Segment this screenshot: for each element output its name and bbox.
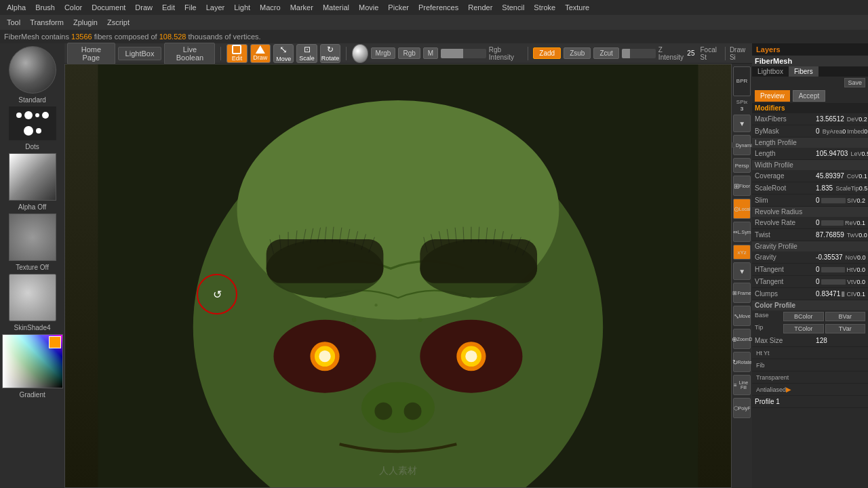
material-preview[interactable]: [9, 46, 56, 94]
dynamic-button[interactable]: ⬛ Dynamic: [733, 135, 751, 155]
lightbox-button[interactable]: LightBox: [118, 47, 162, 60]
menu-brush[interactable]: Brush: [31, 2, 59, 13]
menu-preferences[interactable]: Preferences: [414, 2, 462, 13]
tool-zscript[interactable]: Zscript: [103, 17, 134, 28]
tip-color-row: Tip TColor TVar: [752, 323, 868, 335]
menu-alpha[interactable]: Alpha: [3, 2, 30, 13]
civ-value: 0.1: [856, 291, 865, 298]
polyf-button[interactable]: ⬡ PolyF: [733, 398, 751, 418]
menu-marker[interactable]: Marker: [286, 2, 317, 13]
fibermesh-title: FiberMesh: [752, 56, 868, 66]
spix-label: SPix: [736, 99, 747, 105]
antialiased-arrow[interactable]: ▶: [786, 386, 791, 393]
z-intensity-value: 25: [687, 49, 694, 57]
draw-mode-button[interactable]: Draw: [250, 44, 271, 63]
tvar-button[interactable]: TVar: [825, 324, 865, 333]
menu-render[interactable]: Render: [464, 2, 496, 13]
htangent-slider[interactable]: [821, 267, 846, 272]
coverage-label: Coverage: [755, 172, 816, 180]
dropdown-button[interactable]: ▼: [733, 115, 751, 132]
texture-preview[interactable]: [9, 214, 56, 261]
vtangent-slider[interactable]: [821, 279, 846, 285]
move-icon: ⤡: [279, 44, 288, 55]
tcolor-button[interactable]: TColor: [783, 324, 823, 333]
accept-button[interactable]: Accept: [793, 90, 826, 102]
clumps-slider[interactable]: [842, 291, 845, 297]
rotate-mode-button[interactable]: ↻ Rotate: [320, 44, 340, 63]
view-move-button[interactable]: ⤡ Move: [733, 306, 751, 326]
lsym-button[interactable]: ⇔ L.Sym: [733, 222, 751, 242]
tool-transform[interactable]: Transform: [26, 17, 68, 28]
maxsize-row: Max Size 128: [752, 335, 868, 347]
zadd-button[interactable]: Zadd: [533, 47, 561, 59]
scale-mode-button[interactable]: ⊡ Scale: [296, 44, 317, 63]
frame-button[interactable]: ⊞ Frame: [733, 283, 751, 303]
menu-material[interactable]: Material: [319, 2, 353, 13]
slim-slider[interactable]: [821, 198, 846, 203]
modifiers-section: Modifiers: [752, 103, 868, 113]
local-label: Local: [739, 207, 751, 211]
dot-5: [24, 126, 33, 136]
lightbox-tab[interactable]: Lightbox: [752, 66, 789, 77]
color-swatch[interactable]: [49, 336, 61, 348]
maxfibers-label: MaxFibers: [755, 115, 816, 123]
tip-color-label: Tip: [755, 324, 782, 333]
mrgb-button[interactable]: Mrgb: [371, 47, 396, 59]
menu-stroke[interactable]: Stroke: [530, 2, 559, 13]
alpha-preview[interactable]: [9, 153, 56, 201]
twist-value: 87.76859: [816, 231, 844, 239]
edit-mode-button[interactable]: Edit: [226, 44, 247, 63]
local-button[interactable]: ⊙ Local: [733, 199, 751, 219]
menu-stencil[interactable]: Stencil: [498, 2, 528, 13]
skin-shade-preview[interactable]: [9, 274, 56, 321]
zoomd-button[interactable]: ⊕ ZoomD: [733, 329, 751, 349]
zsub-button[interactable]: Zsub: [564, 47, 591, 59]
save-button[interactable]: Save: [844, 78, 865, 87]
bpr-button[interactable]: BPR: [733, 66, 751, 96]
menu-draw[interactable]: Draw: [131, 2, 157, 13]
vtv-value: 0.0: [856, 279, 865, 285]
menu-file[interactable]: File: [180, 2, 201, 13]
draw-label: Draw: [253, 54, 267, 61]
tool-tool[interactable]: Tool: [3, 17, 24, 28]
menu-edit[interactable]: Edit: [158, 2, 179, 13]
xyz-button[interactable]: xYz: [733, 245, 751, 260]
rgb-button[interactable]: Rgb: [398, 47, 420, 59]
rev-label: ReV: [845, 220, 857, 226]
viewport[interactable]: 人人素材 ↺: [64, 64, 732, 488]
menu-layer[interactable]: Layer: [202, 2, 229, 13]
zcut-button[interactable]: Zcut: [593, 47, 618, 59]
color-picker[interactable]: [2, 334, 63, 388]
imbed-label: Imbed: [847, 128, 864, 135]
bcolor-button[interactable]: BColor: [783, 312, 823, 321]
menu-picker[interactable]: Picker: [384, 2, 413, 13]
brush-color-ball[interactable]: [352, 44, 368, 63]
menu-texture[interactable]: Texture: [561, 2, 593, 13]
bvar-button[interactable]: BVar: [825, 312, 865, 321]
gravity-value: -0.35537: [816, 253, 842, 261]
view-rotate-button[interactable]: ↻ Rotate: [733, 352, 751, 372]
dropdown2-button[interactable]: ▼: [733, 262, 751, 280]
floor-button[interactable]: ⊞ Floor: [733, 176, 751, 196]
dots-preview[interactable]: [9, 106, 56, 140]
tool-zplugin[interactable]: Zplugin: [69, 17, 102, 28]
preview-button[interactable]: Preview: [755, 90, 790, 102]
transparent-row: Transparent: [752, 371, 868, 384]
menu-color[interactable]: Color: [60, 2, 86, 13]
move-mode-button[interactable]: ⤡ Move: [273, 44, 294, 63]
menu-movie[interactable]: Movie: [355, 2, 382, 13]
z-intensity-slider[interactable]: [622, 49, 656, 58]
line-fill-button[interactable]: ≡ Line Fill: [733, 375, 751, 395]
fibers-tab[interactable]: Fibers: [789, 66, 818, 77]
menu-document[interactable]: Document: [87, 2, 130, 13]
menu-macro[interactable]: Macro: [256, 2, 285, 13]
m-button[interactable]: M: [423, 47, 438, 59]
rgb-intensity-slider[interactable]: [441, 49, 486, 58]
home-page-button[interactable]: Home Page: [67, 43, 115, 64]
live-boolean-button[interactable]: Live Boolean: [164, 43, 215, 64]
menu-light[interactable]: Light: [230, 2, 254, 13]
buttons-row: Home Page LightBox Live Boolean Edit Dra…: [64, 43, 752, 64]
revolve-slider[interactable]: [821, 220, 844, 226]
persp-button[interactable]: Persp: [733, 158, 751, 173]
draw-size-label: Draw Si: [730, 46, 749, 61]
